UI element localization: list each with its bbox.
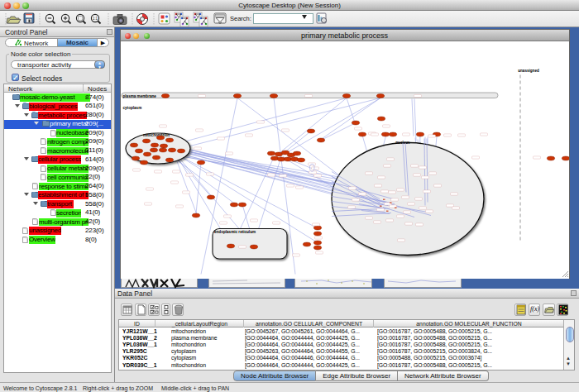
svg-text:1:1: 1:1 — [93, 17, 98, 21]
svg-text:endoplasmic reticulum: endoplasmic reticulum — [214, 230, 256, 234]
svg-text:cytoplasm: cytoplasm — [122, 105, 141, 109]
svg-text:unassigned: unassigned — [518, 68, 539, 72]
svg-text:plasma membrane: plasma membrane — [122, 93, 156, 98]
svg-text:mitochondrion: mitochondrion — [142, 133, 169, 137]
